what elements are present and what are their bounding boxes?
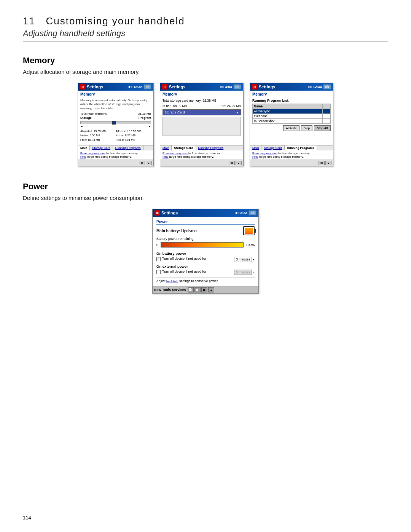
win3-prog-calendar-size (323, 114, 331, 119)
power-external-checkbox-text: Turn off device if not used for (162, 270, 233, 273)
page-number: 114 (23, 515, 31, 521)
win3-col-name: Name (253, 104, 323, 109)
power-backlight-prefix: Adjust (156, 279, 166, 283)
win3-tab-main[interactable]: Main (250, 145, 261, 150)
power-taskbar-icon2[interactable]: 📋 (194, 287, 201, 292)
win2-ok-button[interactable]: ok (233, 84, 241, 89)
power-external-duration: 5 minutes (234, 270, 252, 275)
win3-ok-button[interactable]: ok (323, 84, 331, 89)
power-backlight-row: Adjust backlight settings to conserve po… (156, 277, 255, 283)
power-battery-duration-dropdown[interactable]: 3 minutes ▼ (234, 257, 255, 262)
power-win-flag-icon: ⊞ (155, 210, 160, 216)
power-taskbar-up-arrow[interactable]: ▲ (208, 287, 214, 292)
win1-flag-icon: ⊞ (80, 84, 85, 89)
win3-stop-all-button[interactable]: Stop All (314, 125, 331, 131)
win2-find-link[interactable]: Find (162, 155, 169, 158)
win1-remove-link[interactable]: Remove programs (80, 152, 105, 155)
power-external-dropdown-arrow: ▼ (252, 271, 255, 274)
power-external-duration-dropdown[interactable]: 5 minutes ▼ (234, 270, 255, 275)
power-backlight-link[interactable]: backlight (166, 280, 178, 283)
memory-screenshots: ⊞ Settings ◄€ 12:32 ok Memory Memory is … (23, 83, 388, 166)
win2-bottom: ▦ ▲ (160, 160, 243, 166)
memory-win2: ⊞ Settings ◄€ 4:04 ok Memory Total stora… (160, 83, 244, 166)
win3-col-size (323, 104, 331, 109)
win3-stop-button[interactable]: Stop (301, 125, 312, 131)
win3-find-link[interactable]: Find (252, 155, 258, 158)
power-win-time: ◄€ 3:33 (234, 211, 247, 215)
win1-total-value: 31.15 MB (138, 112, 151, 115)
win1-titlebar: ⊞ Settings ◄€ 12:32 ok (78, 83, 153, 91)
power-battery-type-label: Main battery: (156, 229, 180, 233)
win2-dropdown[interactable]: Storage Card ▼ (162, 109, 241, 115)
win2-section-label: Memory (162, 92, 241, 97)
win3-program-activesync[interactable]: ActiveSync (253, 109, 331, 114)
win2-remove-text: to free storage memory. (188, 152, 221, 155)
memory-win3: ⊞ Settings ◄€ 12:34 ok Memory Running Pr… (250, 83, 333, 166)
win1-find-link[interactable]: Find (80, 155, 86, 158)
win3-prog-screenshot-name: IA ScreenShot (253, 119, 323, 124)
win1-body-text: Memory is managed automatically. To temp… (80, 99, 151, 110)
win1-total-row: Total main memory: 31.15 MB (80, 112, 151, 115)
win2-tab-main[interactable]: Main (160, 145, 172, 150)
bottom-divider (23, 309, 388, 309)
header-divider (23, 42, 388, 42)
win3-prog-activesync-name: ActiveSync (253, 109, 323, 114)
win1-slider[interactable]: ◄···► (80, 121, 151, 128)
win2-inuse-value: 68.09 MB (173, 104, 187, 108)
win2-storage-card-value: 92.38 MB (202, 99, 216, 102)
win3-bottom-icon: ▦ (319, 161, 325, 165)
win2-tab-running[interactable]: Running Programs (196, 145, 226, 150)
win3-title: Settings (259, 85, 275, 89)
memory-title: Memory (23, 56, 388, 66)
power-battery-icon (243, 226, 255, 235)
win1-storage-program-labels: Storage Program (80, 116, 151, 120)
memory-win1: ⊞ Settings ◄€ 12:32 ok Memory Memory is … (78, 83, 154, 166)
power-win-ok-button[interactable]: ok (249, 210, 256, 216)
win1-tab-running[interactable]: Running Programs (113, 145, 143, 150)
memory-description: Adjust allocation of storage and main me… (23, 69, 388, 75)
win2-free-value: 24.29 MB (227, 104, 241, 108)
power-battery-duration: 3 minutes (234, 257, 252, 262)
win1-tab-storage[interactable]: Storage Card (90, 145, 113, 150)
power-battery-row: Main battery: Lipolymer (156, 226, 255, 235)
power-external-checkbox[interactable] (156, 270, 161, 274)
power-taskbar: New Tools Services 📄 📋 ▦ ▲ (153, 286, 258, 293)
win2-tab-storage[interactable]: Storage Card (172, 145, 196, 150)
win3-program-calendar[interactable]: Calendar (253, 114, 331, 119)
power-section-label: Power (156, 220, 255, 225)
win1-bottom-arrow[interactable]: ▲ (146, 161, 152, 165)
win1-alloc-storage: Allocated: 15.59 MB (80, 129, 116, 133)
win3-flag-icon: ⊞ (252, 84, 257, 89)
win1-ok-button[interactable]: ok (143, 84, 151, 89)
win1-bottom: ▦ ▲ (78, 160, 153, 166)
power-external-checkbox-row: Turn off device if not used for 5 minute… (156, 270, 255, 275)
power-taskbar-icon1[interactable]: 📄 (188, 287, 194, 292)
win3-remove-link[interactable]: Remove programs (252, 152, 277, 155)
win2-find-text: large files using storage memory. (169, 155, 214, 158)
power-battery-checkbox-text: Turn off device if not used for (162, 257, 233, 260)
power-battery-checkbox-row: ✓ Turn off device if not used for 3 minu… (156, 257, 255, 262)
power-taskbar-grid-icon[interactable]: ▦ (201, 287, 207, 292)
win1-alloc-grid: Allocated: 15.59 MB Allocated: 15.56 MB … (80, 129, 151, 142)
win1-free-storage: Free: 10.03 MB (80, 138, 116, 142)
win3-find-text: large files using storage memory. (258, 155, 304, 158)
win3-tab-storage[interactable]: Storage Card (261, 145, 285, 150)
win1-remove-text: to free storage memory. (105, 152, 139, 155)
win3-running-list-label: Running Program List: (252, 99, 331, 102)
win1-tab-main[interactable]: Main (78, 145, 90, 150)
win2-title: Settings (169, 85, 185, 89)
win3-program-screenshot[interactable]: IA ScreenShot (253, 119, 331, 124)
win2-storage-info: Total storage card memory: 92.38 MB (162, 99, 241, 102)
power-battery-checkbox[interactable]: ✓ (156, 257, 161, 261)
win2-remove-link[interactable]: Remove programs (162, 152, 188, 155)
win1-slider-labels: ◄···► (80, 125, 151, 128)
win3-buttons: Activate Stop Stop All (252, 125, 331, 131)
power-battery-dropdown-arrow: ▼ (252, 258, 255, 261)
power-gauge-pct: 100% (246, 243, 255, 247)
power-description: Define settings to minimise power consum… (23, 195, 388, 201)
win3-bottom-arrow[interactable]: ▲ (325, 161, 331, 165)
win3-tab-running[interactable]: Running Programs (285, 145, 317, 150)
win2-bottom-arrow[interactable]: ▲ (236, 161, 242, 165)
power-on-external-label: On external power (156, 264, 255, 268)
win3-activate-button[interactable]: Activate (283, 125, 299, 131)
